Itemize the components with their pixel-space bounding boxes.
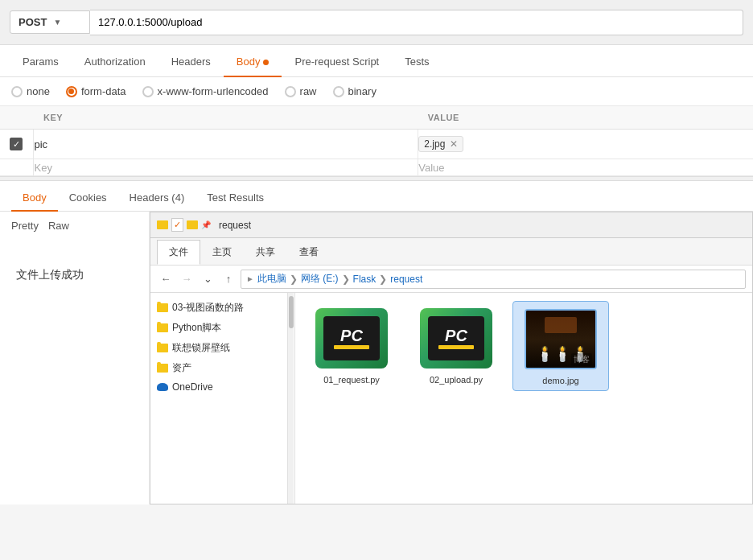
- watermark: 博客: [571, 353, 592, 366]
- success-panel: Pretty Raw 文件上传成功: [0, 212, 150, 504]
- radio-circle-raw: [285, 86, 296, 97]
- file-icon-0: PC: [311, 306, 392, 370]
- path-sep-3: ❯: [379, 274, 387, 285]
- radio-circle-form-data: [66, 86, 77, 97]
- file-item-0[interactable]: PC 01_request.py: [303, 301, 400, 391]
- radio-circle-none: [11, 86, 23, 97]
- folder-icon: [157, 344, 168, 352]
- pin-title-icon: 📌: [201, 220, 211, 229]
- address-path[interactable]: ► 此电脑 ❯ 网络 (E:) ❯ Flask ❯ request: [241, 270, 746, 289]
- row-1-value[interactable]: 2.jpg ✕: [418, 130, 753, 159]
- row-1-checkbox[interactable]: ✓: [10, 138, 23, 150]
- pc-bar: [334, 345, 369, 349]
- url-input[interactable]: [90, 10, 743, 35]
- pycharm-inner: PC: [323, 316, 380, 360]
- file-label-2: demo.jpg: [542, 376, 578, 385]
- body-dot: [263, 60, 269, 65]
- scrollbar-thumb[interactable]: [289, 296, 294, 328]
- tab-authorization[interactable]: Authorization: [72, 47, 158, 77]
- folder-icon: [157, 364, 168, 373]
- demo-scene: 🕯️🕯️🕯️ 博客: [526, 311, 595, 368]
- explorer-sidebar: 03-视图函数的路 Python脚本 联想锁屏壁纸 资产 OneDrive: [150, 293, 295, 504]
- row-2-key[interactable]: Key: [34, 159, 418, 176]
- bottom-tab-cookies[interactable]: Cookies: [58, 185, 118, 212]
- success-text: 文件上传成功: [16, 268, 84, 282]
- row-1-checkbox-cell[interactable]: ✓: [0, 130, 34, 159]
- radio-raw[interactable]: raw: [285, 85, 317, 97]
- pc-text: PC: [340, 327, 363, 344]
- bottom-tab-headers[interactable]: Headers (4): [118, 185, 196, 212]
- tab-tests[interactable]: Tests: [392, 47, 442, 77]
- sidebar-item-3[interactable]: 资产: [150, 358, 294, 378]
- pc-bar-2: [438, 345, 474, 349]
- row-2-value[interactable]: Value: [418, 159, 753, 176]
- raw-tab[interactable]: Raw: [48, 220, 69, 232]
- table-element: [545, 317, 577, 333]
- response-area: Pretty Raw 文件上传成功 ✓ 📌 request 文件 主页 共享 查…: [0, 212, 753, 504]
- radio-binary[interactable]: binary: [333, 85, 376, 97]
- tab-body[interactable]: Body: [224, 47, 282, 77]
- folder-icon: [157, 303, 168, 312]
- path-sep-1: ❯: [290, 274, 298, 285]
- file-explorer: ✓ 📌 request 文件 主页 共享 查看 ← → ⌄ ↑ ► 此电脑 ❯ …: [150, 212, 753, 504]
- method-label: POST: [19, 16, 47, 28]
- path-part-request[interactable]: request: [390, 274, 422, 285]
- bottom-tab-test-results[interactable]: Test Results: [195, 185, 275, 212]
- ribbon-tab-view[interactable]: 查看: [287, 240, 331, 264]
- up-button[interactable]: ↑: [220, 270, 237, 288]
- row-1-key[interactable]: pic: [34, 130, 418, 159]
- sidebar-item-onedrive[interactable]: OneDrive: [150, 378, 294, 396]
- path-part-flask[interactable]: Flask: [353, 274, 376, 285]
- radio-none[interactable]: none: [11, 85, 50, 97]
- check-icon: ✓: [13, 140, 20, 149]
- col-header-value: VALUE: [418, 106, 753, 130]
- explorer-main: 03-视图函数的路 Python脚本 联想锁屏壁纸 资产 OneDrive: [150, 293, 752, 504]
- explorer-title-icons: ✓ 📌: [157, 218, 211, 232]
- table-row: ✓ pic 2.jpg ✕: [0, 130, 753, 159]
- sidebar-item-0[interactable]: 03-视图函数的路: [150, 298, 294, 318]
- ribbon-tab-file[interactable]: 文件: [157, 240, 200, 265]
- scrollbar-track: [287, 293, 294, 504]
- url-bar: POST ▼: [0, 0, 753, 45]
- forward-button[interactable]: →: [178, 270, 195, 288]
- table-row: Key Value: [0, 159, 753, 176]
- file-icon-1: PC: [416, 306, 496, 370]
- back-button[interactable]: ←: [157, 270, 175, 288]
- pycharm-inner-2: PC: [428, 316, 484, 360]
- pretty-tab[interactable]: Pretty: [11, 220, 39, 232]
- value-tag: 2.jpg ✕: [418, 136, 463, 152]
- pycharm-icon-1: PC: [315, 308, 388, 369]
- path-part-drive[interactable]: 网络 (E:): [301, 272, 339, 286]
- explorer-title-bar: ✓ 📌 request: [150, 212, 752, 238]
- bottom-tab-body[interactable]: Body: [11, 185, 58, 212]
- tab-headers[interactable]: Headers: [158, 47, 224, 77]
- row-2-checkbox-cell[interactable]: [0, 159, 34, 176]
- file-label-1: 02_upload.py: [430, 375, 483, 385]
- explorer-files: PC 01_request.py PC: [295, 293, 752, 504]
- method-chevron: ▼: [53, 18, 61, 27]
- tab-params[interactable]: Params: [10, 47, 72, 77]
- sidebar-item-2[interactable]: 联想锁屏壁纸: [150, 338, 294, 358]
- ribbon-tab-home[interactable]: 主页: [200, 240, 244, 264]
- sidebar-item-1[interactable]: Python脚本: [150, 318, 294, 338]
- close-tag-icon[interactable]: ✕: [450, 138, 458, 150]
- path-part-pc[interactable]: 此电脑: [257, 272, 286, 286]
- file-item-1[interactable]: PC 02_upload.py: [408, 301, 504, 391]
- top-tab-nav: Params Authorization Headers Body Pre-re…: [0, 45, 753, 77]
- path-arrow-icon: ►: [246, 274, 254, 283]
- radio-circle-urlencoded: [142, 86, 154, 97]
- check-title-icon: ✓: [171, 218, 183, 232]
- ribbon-tab-share[interactable]: 共享: [244, 240, 287, 264]
- tab-pre-request[interactable]: Pre-request Script: [282, 47, 392, 77]
- col-header-key: KEY: [34, 106, 418, 130]
- method-select[interactable]: POST ▼: [10, 10, 90, 34]
- radio-urlencoded[interactable]: x-www-form-urlencoded: [142, 85, 269, 97]
- bottom-tab-nav: Body Cookies Headers (4) Test Results: [0, 181, 753, 212]
- folder-title-icon: [157, 220, 168, 229]
- response-format-tabs: Pretty Raw: [11, 220, 69, 232]
- col-header-check: [0, 106, 34, 130]
- radio-circle-binary: [333, 86, 344, 97]
- radio-form-data[interactable]: form-data: [66, 85, 126, 97]
- recent-button[interactable]: ⌄: [199, 270, 216, 288]
- file-item-2[interactable]: 🕯️🕯️🕯️ 博客 demo.jpg: [512, 301, 609, 391]
